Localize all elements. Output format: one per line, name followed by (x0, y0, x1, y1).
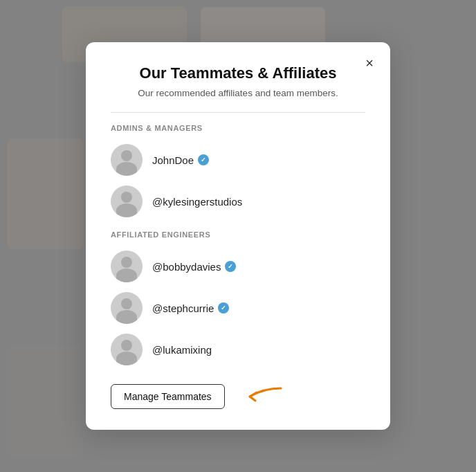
manage-section: Manage Teammates (111, 383, 365, 410)
manage-teammates-button[interactable]: Manage Teammates (111, 384, 225, 409)
admins-section-label: ADMINS & MANAGERS (111, 124, 365, 132)
engineers-section-label: AFFILIATED ENGINEERS (111, 230, 365, 239)
teammate-name: @stephcurrie (152, 302, 229, 314)
teammate-name: JohnDoe (152, 154, 209, 166)
avatar (111, 185, 143, 217)
avatar (111, 144, 143, 176)
list-item: @lukamixing (111, 329, 365, 370)
list-item: @bobbydavies (111, 246, 365, 287)
list-item: @stephcurrie (111, 287, 365, 329)
arrow-icon (236, 383, 284, 410)
teammate-name: @bobbydavies (152, 261, 236, 273)
modal-overlay: × Our Teammates & Affiliates Our recomme… (0, 0, 476, 472)
avatar (111, 251, 143, 282)
verified-icon (225, 261, 236, 272)
list-item: JohnDoe (111, 139, 365, 181)
admins-section: ADMINS & MANAGERS JohnDoe @kylesingerstu… (111, 124, 365, 222)
admins-list: JohnDoe @kylesingerstudios (111, 139, 365, 222)
engineers-list: @bobbydavies @stephcurrie @lukamixing (111, 246, 365, 370)
engineers-section: AFFILIATED ENGINEERS @bobbydavies @steph… (111, 230, 365, 370)
modal: × Our Teammates & Affiliates Our recomme… (86, 42, 390, 430)
teammate-name: @lukamixing (152, 344, 212, 356)
teammate-name: @kylesingerstudios (152, 196, 242, 208)
avatar (111, 292, 143, 324)
list-item: @kylesingerstudios (111, 181, 365, 222)
verified-icon (198, 154, 209, 165)
verified-icon (218, 302, 229, 314)
arrow-container (236, 383, 284, 410)
divider (111, 112, 365, 113)
modal-subtitle: Our recommended affiliates and team memb… (111, 88, 365, 98)
close-button[interactable]: × (363, 53, 376, 73)
avatar (111, 334, 143, 365)
modal-title: Our Teammates & Affiliates (111, 64, 365, 82)
